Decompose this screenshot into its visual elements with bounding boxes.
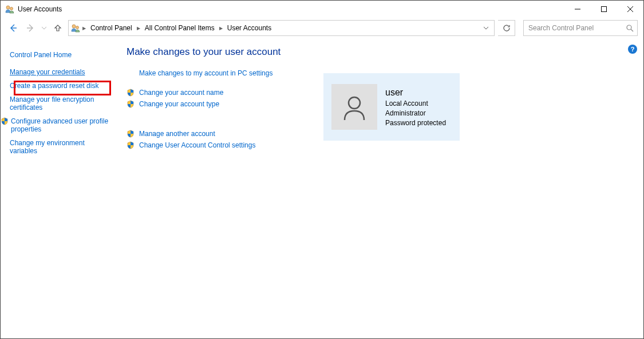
sidebar-item-label: Manage your credentials (10, 68, 85, 76)
user-account-type: Local Account (385, 99, 446, 109)
link-label: Change User Account Control settings (139, 141, 255, 149)
shield-icon (127, 141, 135, 149)
toolbar: ▶ Control Panel ▶ All Control Panel Item… (1, 18, 643, 38)
breadcrumb-control-panel[interactable]: Control Panel (88, 23, 135, 33)
shield-icon (127, 89, 135, 97)
breadcrumb-separator-icon: ▶ (137, 26, 140, 31)
maximize-button[interactable] (591, 1, 617, 18)
sidebar-manage-credentials[interactable]: Manage your credentials (10, 68, 115, 76)
search-input[interactable] (527, 23, 626, 33)
svg-rect-3 (602, 7, 607, 12)
svg-point-12 (349, 97, 360, 109)
user-avatar (331, 84, 377, 130)
svg-point-9 (76, 26, 79, 29)
sidebar-item-label: Change my environment variables (10, 139, 109, 155)
control-panel-home-link[interactable]: Control Panel Home (10, 51, 72, 59)
user-protection: Password protected (385, 118, 446, 128)
user-info-panel: user Local Account Administrator Passwor… (323, 73, 460, 141)
shield-icon (127, 130, 135, 138)
sidebar-create-password-reset-disk[interactable]: Create a password reset disk (10, 82, 115, 90)
sidebar-configure-advanced-profile[interactable]: Configure advanced user profile properti… (10, 117, 115, 133)
breadcrumb-all-items[interactable]: All Control Panel Items (143, 23, 217, 33)
page-heading: Make changes to your user account (127, 46, 632, 58)
sidebar-item-label: Configure advanced user profile properti… (11, 117, 109, 133)
back-button[interactable] (6, 21, 20, 35)
minimize-button[interactable] (564, 1, 591, 18)
link-label: Manage another account (139, 130, 215, 138)
link-change-uac-settings[interactable]: Change User Account Control settings (127, 141, 632, 149)
refresh-button[interactable] (498, 20, 515, 36)
shield-icon (1, 117, 9, 125)
address-bar[interactable]: ▶ Control Panel ▶ All Control Panel Item… (68, 20, 495, 36)
breadcrumb-separator-icon: ▶ (219, 26, 223, 31)
window-title: User Accounts (18, 5, 62, 13)
link-label: Make changes to my account in PC setting… (139, 69, 272, 77)
sidebar: Control Panel Home Manage your credentia… (1, 46, 115, 161)
close-button[interactable] (617, 1, 643, 18)
user-name: user (385, 86, 446, 99)
breadcrumb-separator-icon: ▶ (82, 26, 86, 31)
user-role: Administrator (385, 109, 446, 118)
link-label: Change your account type (139, 100, 219, 108)
svg-point-10 (627, 25, 631, 30)
title-bar: User Accounts (1, 1, 643, 18)
forward-button[interactable] (23, 21, 37, 35)
svg-point-1 (10, 7, 13, 10)
help-icon[interactable]: ? (628, 45, 637, 54)
sidebar-item-label: Manage your file encryption certificates (10, 95, 109, 111)
up-button[interactable] (51, 21, 65, 35)
user-info-text: user Local Account Administrator Passwor… (385, 86, 446, 128)
link-label: Change your account name (139, 89, 223, 97)
sidebar-manage-file-encryption[interactable]: Manage your file encryption certificates (10, 95, 115, 111)
search-icon (626, 24, 634, 32)
svg-line-11 (631, 29, 633, 31)
svg-point-0 (6, 6, 10, 9)
address-bar-icon (71, 23, 80, 33)
recent-locations-dropdown[interactable] (41, 21, 48, 35)
search-box[interactable] (523, 20, 638, 36)
user-accounts-icon (5, 5, 14, 14)
breadcrumb-user-accounts[interactable]: User Accounts (225, 23, 274, 33)
address-history-dropdown[interactable] (480, 21, 492, 35)
sidebar-item-label: Create a password reset disk (10, 82, 98, 90)
shield-icon (127, 100, 135, 108)
svg-point-8 (72, 25, 76, 28)
sidebar-change-env-variables[interactable]: Change my environment variables (10, 139, 115, 155)
